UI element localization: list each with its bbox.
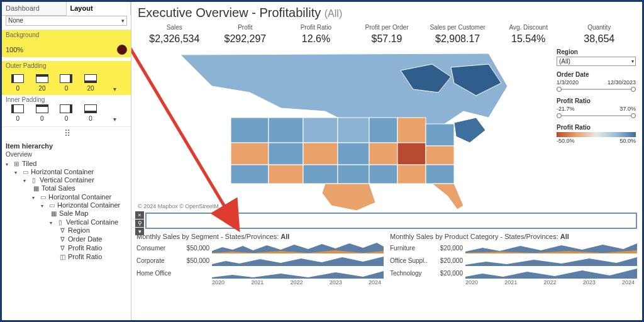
filter-panel: Region (All) Order Date 1/3/202012/30/20…	[555, 48, 637, 211]
outer-pad-more-icon[interactable]: ▾	[113, 86, 116, 92]
legend-min: -50.0%	[557, 138, 575, 144]
tree-order-date[interactable]: Order Date	[68, 235, 102, 243]
item-hierarchy-title: Item hierarchy	[6, 142, 127, 150]
kpi-label: Profit per Order	[352, 24, 423, 31]
drag-handle-icon[interactable]: ⠿	[2, 127, 131, 140]
orderdate-slider[interactable]	[557, 86, 636, 92]
dashboard-canvas: Executive Overview - Profitability (All)…	[131, 2, 642, 320]
filter-icon: ∇	[58, 245, 66, 252]
inner-pad-more-icon[interactable]: ▾	[113, 116, 116, 123]
svg-rect-12	[338, 165, 369, 184]
tree-tiled[interactable]: Tiled	[22, 160, 36, 167]
row-cat: Technology	[390, 270, 436, 277]
more-icon[interactable]: ▾	[135, 228, 144, 235]
kpi-value: 12.6%	[280, 33, 352, 45]
profitratio-filter-label: Profit Ratio	[557, 97, 636, 104]
region-filter-label: Region	[557, 48, 636, 55]
row-val: $50,000	[183, 245, 212, 252]
color-legend	[557, 132, 636, 137]
map-credit: © 2024 Mapbox © OpenStreetM	[138, 203, 219, 209]
ipad-top-icon	[36, 104, 48, 113]
row-val: $50,000	[183, 257, 212, 264]
row-cat: Office Suppl..	[390, 257, 436, 264]
tree-profit-ratio[interactable]: Profit Ratio	[68, 244, 102, 252]
pin-icon[interactable]: ⚲	[135, 219, 144, 227]
row-val: $20,000	[436, 270, 465, 277]
svg-rect-21	[426, 165, 454, 184]
outer-pad-right[interactable]: 0	[54, 84, 79, 92]
hcont-icon: ▭	[39, 194, 47, 201]
svg-rect-13	[369, 118, 397, 143]
inner-pad-left[interactable]: 0	[6, 114, 30, 123]
kpi-value: 15.54%	[493, 33, 564, 45]
inner-pad-top[interactable]: 0	[30, 114, 55, 123]
row-cat: Furniture	[390, 245, 436, 252]
background-color-swatch[interactable]	[117, 45, 127, 55]
orderdate-to: 12/30/2023	[608, 79, 636, 86]
inner-pad-right[interactable]: 0	[54, 114, 79, 123]
svg-rect-3	[231, 165, 269, 184]
kpi-label: Profit Ratio	[280, 24, 352, 31]
background-opacity-value[interactable]: 100%	[6, 46, 23, 53]
tree-vc[interactable]: Vertical Container	[40, 176, 94, 184]
kpi-value: 38,654	[564, 33, 635, 45]
inner-pad-bottom[interactable]: 0	[79, 114, 103, 123]
svg-rect-9	[303, 165, 338, 184]
inner-padding-label: Inner Padding	[6, 96, 127, 103]
sale-map[interactable]: © 2024 Mapbox © OpenStreetM	[136, 48, 552, 211]
profitratio-slider[interactable]	[557, 113, 636, 119]
monthly-sales-category[interactable]: Monthly Sales by Product Category - Stat…	[390, 233, 637, 286]
tree-region[interactable]: Region	[68, 226, 90, 234]
svg-rect-15	[369, 165, 397, 184]
svg-rect-6	[269, 165, 303, 184]
tree-total-sales[interactable]: Total Sales	[42, 184, 75, 192]
kpi-value: $57.19	[352, 33, 423, 45]
kpi-label: Quantity	[564, 24, 635, 31]
kpi-row: Sales$2,326,534 Profit$292,297 Profit Ra…	[136, 24, 637, 48]
pr-from: -21.7%	[557, 106, 575, 112]
svg-rect-5	[269, 143, 303, 165]
outer-pad-left[interactable]: 0	[6, 84, 30, 92]
background-section: Background 100%	[2, 30, 131, 57]
svg-rect-1	[231, 118, 269, 143]
region-filter-dropdown[interactable]: (All)	[557, 57, 636, 66]
dashboard-title: Executive Overview - Profitability (All)	[138, 6, 637, 20]
tree-hc3[interactable]: Horizontal Container	[57, 201, 120, 209]
background-label: Background	[6, 31, 127, 38]
remove-icon[interactable]: ×	[135, 211, 144, 219]
svg-rect-17	[397, 143, 426, 165]
orderdate-from: 1/3/2020	[557, 79, 579, 86]
outer-padding-section: Outer Padding 0 20 0 20 ▾	[2, 61, 131, 95]
kpi-label: Sales per Customer	[422, 24, 493, 31]
axis: 20202021202220232024	[465, 279, 637, 286]
outer-pad-bottom[interactable]: 20	[79, 84, 103, 92]
row-cat: Consumer	[136, 245, 183, 252]
item-hierarchy-subtitle: Overview	[6, 151, 127, 158]
svg-rect-16	[397, 118, 426, 143]
hierarchy-tree[interactable]: ⊞Tiled ▭Horizontal Container ▯Vertical C…	[6, 159, 127, 265]
row-val: $20,000	[436, 257, 465, 264]
filter-icon: ∇	[58, 227, 66, 234]
ipad-left-icon	[11, 104, 24, 113]
kpi-label: Avg. Discount	[493, 24, 564, 31]
tree-vc2[interactable]: Vertical Containe	[66, 218, 118, 226]
tree-sale-map[interactable]: Sale Map	[59, 209, 88, 217]
tree-hc[interactable]: Horizontal Container	[31, 168, 94, 175]
svg-rect-8	[303, 143, 338, 165]
border-dropdown[interactable]: None	[6, 16, 127, 26]
svg-rect-14	[369, 143, 397, 165]
tree-hc2[interactable]: Horizontal Container	[48, 193, 111, 201]
tree-profit-ratio-2[interactable]: Profit Ratio	[68, 253, 102, 260]
svg-rect-4	[269, 118, 303, 143]
monthly-sales-segment[interactable]: Monthly Sales by Segment - States/Provin…	[136, 233, 384, 286]
selected-container[interactable]: × ⚲ ▾	[136, 213, 637, 230]
vcont-icon: ▯	[30, 177, 38, 184]
tab-dashboard[interactable]: Dashboard	[2, 2, 67, 15]
row-cat: Home Office	[136, 270, 183, 277]
tab-layout[interactable]: Layout	[67, 2, 131, 16]
outer-pad-top[interactable]: 20	[30, 84, 55, 92]
svg-rect-11	[338, 143, 369, 165]
mini-title: Monthly Sales by Segment - States/Provin…	[136, 233, 384, 240]
layout-panel: Dashboard Layout None Background 100% Ou…	[2, 2, 131, 320]
pad-top-icon	[36, 74, 48, 83]
